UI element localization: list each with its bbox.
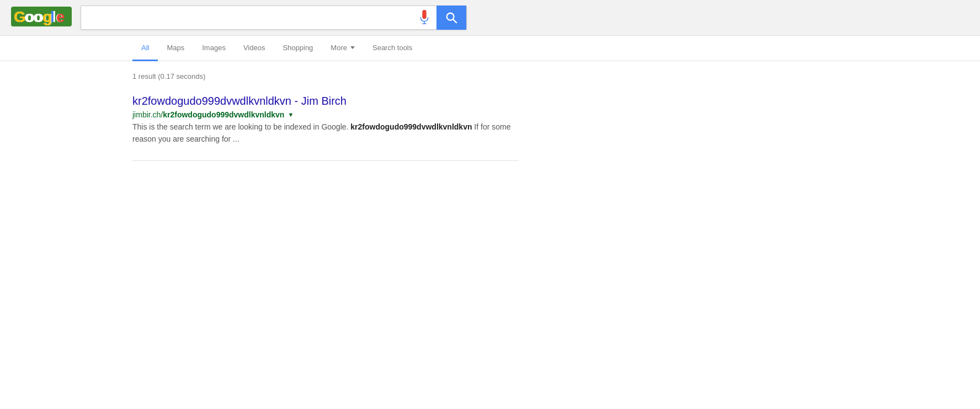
svg-line-13 — [453, 19, 456, 23]
microphone-icon — [419, 10, 430, 25]
search-bar: kr2fowdogudo999dvwdlkvnldkvn — [81, 6, 467, 30]
result-url-row: jimbir.ch/kr2fowdogudo999dvwdlkvnldkvn ▼ — [132, 110, 519, 119]
svg-text:e: e — [56, 8, 65, 25]
tab-all[interactable]: All — [132, 36, 158, 61]
tab-maps[interactable]: Maps — [158, 36, 193, 61]
svg-rect-9 — [423, 10, 426, 14]
search-icon — [445, 12, 457, 24]
logo-container: Google G o o g l e — [11, 6, 72, 30]
result-stats: 1 result (0.17 seconds) — [132, 72, 980, 80]
result-snippet: This is the search term we are looking t… — [132, 121, 519, 145]
microphone-button[interactable] — [412, 6, 436, 30]
search-submit-button[interactable] — [436, 6, 466, 30]
nav-bar: All Maps Images Videos Shopping More Sea… — [0, 36, 980, 61]
result-url-plain: jimbir.ch/kr2fowdogudo999dvwdlkvnldkvn — [132, 110, 284, 119]
search-input[interactable]: kr2fowdogudo999dvwdlkvnldkvn — [81, 12, 412, 24]
main-content: 1 result (0.17 seconds) kr2fowdogudo999d… — [0, 61, 980, 172]
google-logo: Google G o o g l e — [11, 6, 72, 28]
tab-videos[interactable]: Videos — [235, 36, 274, 61]
chevron-down-icon — [350, 46, 355, 49]
result-divider — [132, 160, 519, 161]
tab-images[interactable]: Images — [193, 36, 235, 61]
tab-search-tools[interactable]: Search tools — [364, 36, 421, 61]
header: Google G o o g l e kr2fowdogudo999dvwdlk… — [0, 0, 980, 36]
result-url-dropdown-arrow[interactable]: ▼ — [287, 111, 294, 118]
result-title-link[interactable]: kr2fowdogudo999dvwdlkvnldkvn - Jim Birch — [132, 94, 519, 108]
search-result: kr2fowdogudo999dvwdlkvnldkvn - Jim Birch… — [132, 94, 519, 145]
svg-text:o: o — [33, 8, 42, 25]
tab-more[interactable]: More — [322, 36, 364, 61]
tab-shopping[interactable]: Shopping — [274, 36, 322, 61]
svg-text:o: o — [24, 8, 34, 25]
svg-text:l: l — [50, 8, 55, 25]
